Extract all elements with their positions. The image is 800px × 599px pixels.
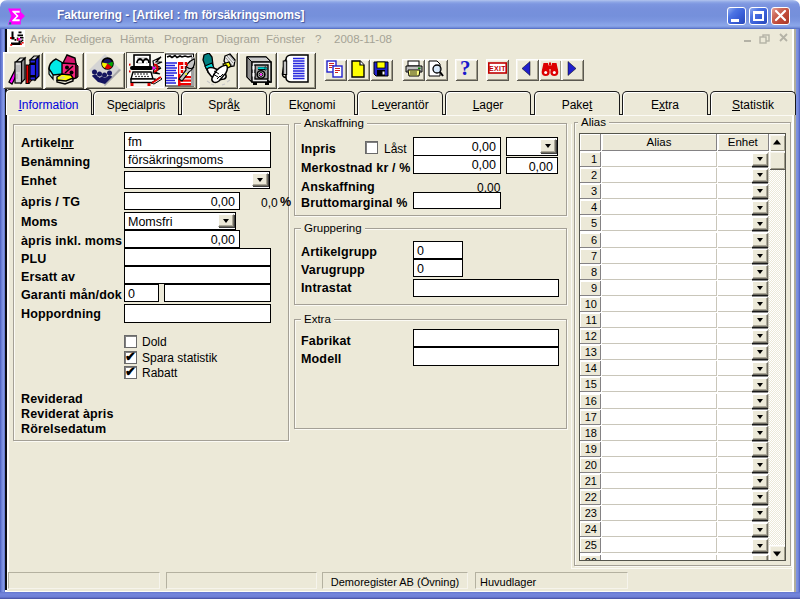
svg-text:EXIT: EXIT xyxy=(489,65,506,72)
